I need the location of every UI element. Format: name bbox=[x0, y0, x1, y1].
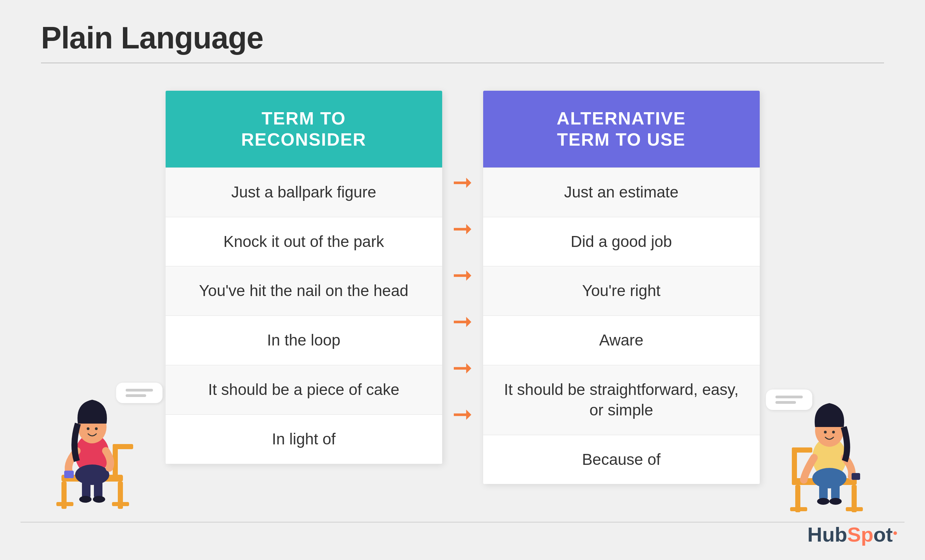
bubble-line bbox=[126, 389, 153, 392]
table-row: In the loop bbox=[166, 315, 442, 365]
table-row: It should be a piece of cake bbox=[166, 365, 442, 414]
svg-rect-23 bbox=[792, 447, 812, 453]
arrow-icon: ➞ bbox=[452, 216, 473, 240]
table-row: Did a good job bbox=[483, 217, 760, 266]
arrow-cell-4: ➞ bbox=[442, 298, 483, 344]
svg-point-32 bbox=[824, 431, 827, 434]
svg-rect-9 bbox=[82, 475, 90, 498]
svg-rect-22 bbox=[792, 447, 797, 485]
page-title: Plain Language bbox=[41, 21, 884, 56]
arrow-icon: ➞ bbox=[452, 309, 473, 333]
table-row: You've hit the nail on the head bbox=[166, 266, 442, 315]
table-row: Just a ballpark figure bbox=[166, 167, 442, 217]
svg-point-29 bbox=[829, 498, 842, 505]
table-row: Aware bbox=[483, 315, 760, 365]
table-row: Knock it out of the park bbox=[166, 217, 442, 266]
arrow-cell-3: ➞ bbox=[442, 252, 483, 298]
arrow-icon: ➞ bbox=[452, 402, 473, 426]
svg-point-12 bbox=[93, 496, 105, 503]
svg-rect-27 bbox=[831, 478, 840, 500]
table-row: It should be straightforward, easy, or s… bbox=[483, 365, 760, 435]
svg-rect-4 bbox=[112, 502, 129, 506]
hubspot-text-dark: Hub bbox=[807, 523, 848, 546]
left-table: TERM TORECONSIDER Just a ballpark figure… bbox=[166, 91, 442, 464]
title-divider bbox=[41, 62, 884, 63]
table-row: Because of bbox=[483, 435, 760, 484]
left-table-header: TERM TORECONSIDER bbox=[166, 91, 442, 167]
title-section: Plain Language bbox=[41, 21, 884, 84]
hubspot-text-dark2: ot bbox=[874, 523, 893, 546]
arrow-cell-1: ➞ bbox=[442, 159, 483, 205]
svg-rect-26 bbox=[819, 478, 828, 500]
svg-rect-10 bbox=[94, 475, 102, 498]
right-table: ALTERNATIVETERM TO USE Just an estimate … bbox=[483, 91, 760, 484]
speech-bubble-left bbox=[116, 383, 163, 403]
arrow-cell-5: ➞ bbox=[442, 344, 483, 391]
table-row: In light of bbox=[166, 414, 442, 464]
svg-rect-20 bbox=[790, 507, 807, 511]
arrows-column: ➞ ➞ ➞ ➞ ➞ ➞ bbox=[442, 91, 483, 437]
arrow-icon: ➞ bbox=[452, 263, 473, 287]
svg-rect-30 bbox=[851, 473, 860, 480]
svg-rect-3 bbox=[56, 502, 74, 506]
svg-point-28 bbox=[817, 498, 829, 505]
right-table-header: ALTERNATIVETERM TO USE bbox=[483, 91, 760, 167]
svg-rect-13 bbox=[64, 471, 74, 478]
arrow-cell-2: ➞ bbox=[442, 205, 483, 252]
main-content: TERM TORECONSIDER Just a ballpark figure… bbox=[41, 91, 884, 546]
svg-rect-6 bbox=[113, 444, 133, 449]
table-row: You're right bbox=[483, 266, 760, 315]
hubspot-logo: HubSpot● bbox=[807, 523, 898, 546]
bubble-lines-left bbox=[126, 389, 153, 397]
bubble-line bbox=[126, 394, 146, 397]
hubspot-dot: ● bbox=[893, 528, 898, 537]
svg-point-11 bbox=[79, 496, 92, 503]
svg-rect-21 bbox=[846, 507, 863, 511]
svg-point-8 bbox=[75, 464, 109, 485]
arrow-icon: ➞ bbox=[452, 356, 473, 380]
page: Plain Language bbox=[0, 0, 925, 560]
figure-right bbox=[785, 389, 874, 519]
arrow-cell-6: ➞ bbox=[442, 391, 483, 437]
arrow-icon: ➞ bbox=[452, 170, 473, 194]
svg-point-33 bbox=[832, 431, 835, 434]
bottom-divider bbox=[21, 522, 904, 522]
table-row: Just an estimate bbox=[483, 167, 760, 217]
svg-point-25 bbox=[812, 468, 847, 488]
svg-point-16 bbox=[95, 427, 98, 430]
svg-point-15 bbox=[87, 427, 89, 430]
tables-wrapper: TERM TORECONSIDER Just a ballpark figure… bbox=[70, 91, 855, 484]
hubspot-text-orange: Sp bbox=[847, 523, 874, 546]
